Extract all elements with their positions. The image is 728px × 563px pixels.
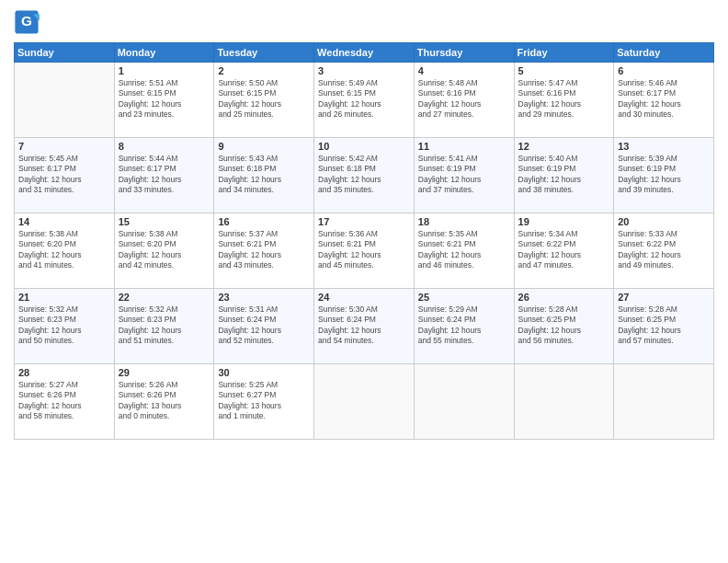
calendar-cell: 28Sunrise: 5:27 AM Sunset: 6:26 PM Dayli… bbox=[15, 364, 115, 440]
day-number: 28 bbox=[18, 367, 110, 378]
day-info: Sunrise: 5:49 AM Sunset: 6:15 PM Dayligh… bbox=[318, 78, 410, 121]
calendar-cell: 24Sunrise: 5:30 AM Sunset: 6:24 PM Dayli… bbox=[314, 289, 415, 364]
day-number: 23 bbox=[218, 292, 310, 303]
week-row-3: 21Sunrise: 5:32 AM Sunset: 6:23 PM Dayli… bbox=[15, 289, 714, 364]
day-number: 29 bbox=[119, 367, 210, 378]
day-info: Sunrise: 5:28 AM Sunset: 6:25 PM Dayligh… bbox=[518, 304, 610, 347]
day-number: 25 bbox=[418, 292, 510, 303]
svg-text:G: G bbox=[21, 13, 32, 29]
day-number: 13 bbox=[618, 141, 710, 152]
calendar-cell: 11Sunrise: 5:41 AM Sunset: 6:19 PM Dayli… bbox=[414, 138, 514, 213]
day-number: 3 bbox=[318, 65, 410, 76]
calendar-cell: 9Sunrise: 5:43 AM Sunset: 6:18 PM Daylig… bbox=[214, 138, 314, 213]
week-row-0: 1Sunrise: 5:51 AM Sunset: 6:15 PM Daylig… bbox=[15, 63, 714, 138]
calendar-cell: 6Sunrise: 5:46 AM Sunset: 6:17 PM Daylig… bbox=[614, 63, 714, 138]
calendar-cell: 20Sunrise: 5:33 AM Sunset: 6:22 PM Dayli… bbox=[614, 213, 714, 289]
day-number: 18 bbox=[418, 216, 510, 227]
day-number: 15 bbox=[119, 216, 210, 227]
day-info: Sunrise: 5:43 AM Sunset: 6:18 PM Dayligh… bbox=[218, 154, 310, 196]
day-info: Sunrise: 5:46 AM Sunset: 6:17 PM Dayligh… bbox=[618, 78, 710, 121]
day-number: 27 bbox=[618, 292, 710, 303]
day-number: 20 bbox=[618, 216, 710, 227]
header-day-thursday: Thursday bbox=[414, 43, 514, 63]
calendar-cell: 13Sunrise: 5:39 AM Sunset: 6:19 PM Dayli… bbox=[614, 138, 714, 213]
day-info: Sunrise: 5:41 AM Sunset: 6:19 PM Dayligh… bbox=[418, 154, 510, 196]
day-info: Sunrise: 5:34 AM Sunset: 6:22 PM Dayligh… bbox=[518, 229, 610, 271]
header-day-sunday: Sunday bbox=[15, 43, 115, 63]
calendar-cell: 5Sunrise: 5:47 AM Sunset: 6:16 PM Daylig… bbox=[514, 63, 614, 138]
day-number: 22 bbox=[119, 292, 210, 303]
logo: G bbox=[14, 9, 41, 35]
calendar-cell: 12Sunrise: 5:40 AM Sunset: 6:19 PM Dayli… bbox=[514, 138, 614, 213]
logo-icon: G bbox=[14, 9, 40, 35]
header-day-friday: Friday bbox=[514, 43, 614, 63]
calendar-cell: 7Sunrise: 5:45 AM Sunset: 6:17 PM Daylig… bbox=[15, 138, 115, 213]
calendar-cell bbox=[15, 63, 115, 138]
calendar-cell: 19Sunrise: 5:34 AM Sunset: 6:22 PM Dayli… bbox=[514, 213, 614, 289]
day-info: Sunrise: 5:38 AM Sunset: 6:20 PM Dayligh… bbox=[119, 229, 210, 271]
day-number: 7 bbox=[18, 141, 110, 152]
calendar-cell: 16Sunrise: 5:37 AM Sunset: 6:21 PM Dayli… bbox=[214, 213, 314, 289]
day-number: 11 bbox=[418, 141, 510, 152]
page: G SundayMondayTuesdayWednesdayThursdayFr… bbox=[0, 0, 728, 563]
day-number: 2 bbox=[218, 65, 310, 76]
day-info: Sunrise: 5:30 AM Sunset: 6:24 PM Dayligh… bbox=[318, 304, 410, 347]
calendar-cell bbox=[614, 364, 714, 440]
day-number: 5 bbox=[518, 65, 610, 76]
calendar-cell: 30Sunrise: 5:25 AM Sunset: 6:27 PM Dayli… bbox=[214, 364, 314, 440]
calendar-header-row: SundayMondayTuesdayWednesdayThursdayFrid… bbox=[15, 43, 714, 63]
calendar-cell: 22Sunrise: 5:32 AM Sunset: 6:23 PM Dayli… bbox=[114, 289, 214, 364]
calendar-cell: 25Sunrise: 5:29 AM Sunset: 6:24 PM Dayli… bbox=[414, 289, 514, 364]
day-number: 24 bbox=[318, 292, 410, 303]
day-info: Sunrise: 5:26 AM Sunset: 6:26 PM Dayligh… bbox=[119, 380, 210, 422]
calendar-cell: 18Sunrise: 5:35 AM Sunset: 6:21 PM Dayli… bbox=[414, 213, 514, 289]
header: G bbox=[14, 9, 714, 35]
day-info: Sunrise: 5:42 AM Sunset: 6:18 PM Dayligh… bbox=[318, 154, 410, 196]
day-number: 9 bbox=[218, 141, 310, 152]
calendar-cell: 3Sunrise: 5:49 AM Sunset: 6:15 PM Daylig… bbox=[314, 63, 415, 138]
day-number: 19 bbox=[518, 216, 610, 227]
calendar-cell: 21Sunrise: 5:32 AM Sunset: 6:23 PM Dayli… bbox=[15, 289, 115, 364]
day-number: 14 bbox=[18, 216, 110, 227]
calendar-cell bbox=[314, 364, 415, 440]
day-info: Sunrise: 5:37 AM Sunset: 6:21 PM Dayligh… bbox=[218, 229, 310, 271]
day-info: Sunrise: 5:33 AM Sunset: 6:22 PM Dayligh… bbox=[618, 229, 710, 271]
calendar-cell: 10Sunrise: 5:42 AM Sunset: 6:18 PM Dayli… bbox=[314, 138, 415, 213]
week-row-1: 7Sunrise: 5:45 AM Sunset: 6:17 PM Daylig… bbox=[15, 138, 714, 213]
day-info: Sunrise: 5:40 AM Sunset: 6:19 PM Dayligh… bbox=[518, 154, 610, 196]
calendar-cell bbox=[514, 364, 614, 440]
day-info: Sunrise: 5:36 AM Sunset: 6:21 PM Dayligh… bbox=[318, 229, 410, 271]
calendar-body: 1Sunrise: 5:51 AM Sunset: 6:15 PM Daylig… bbox=[15, 63, 714, 440]
calendar-cell: 4Sunrise: 5:48 AM Sunset: 6:16 PM Daylig… bbox=[414, 63, 514, 138]
day-info: Sunrise: 5:25 AM Sunset: 6:27 PM Dayligh… bbox=[218, 380, 310, 422]
calendar-cell: 14Sunrise: 5:38 AM Sunset: 6:20 PM Dayli… bbox=[15, 213, 115, 289]
week-row-4: 28Sunrise: 5:27 AM Sunset: 6:26 PM Dayli… bbox=[15, 364, 714, 440]
day-info: Sunrise: 5:31 AM Sunset: 6:24 PM Dayligh… bbox=[218, 304, 310, 347]
day-info: Sunrise: 5:32 AM Sunset: 6:23 PM Dayligh… bbox=[119, 304, 210, 347]
calendar-cell: 29Sunrise: 5:26 AM Sunset: 6:26 PM Dayli… bbox=[114, 364, 214, 440]
header-day-monday: Monday bbox=[114, 43, 214, 63]
calendar-cell: 15Sunrise: 5:38 AM Sunset: 6:20 PM Dayli… bbox=[114, 213, 214, 289]
day-number: 30 bbox=[218, 367, 310, 378]
day-number: 16 bbox=[218, 216, 310, 227]
calendar-cell bbox=[414, 364, 514, 440]
day-info: Sunrise: 5:27 AM Sunset: 6:26 PM Dayligh… bbox=[18, 380, 110, 422]
day-number: 1 bbox=[119, 65, 210, 76]
calendar-cell: 26Sunrise: 5:28 AM Sunset: 6:25 PM Dayli… bbox=[514, 289, 614, 364]
day-info: Sunrise: 5:38 AM Sunset: 6:20 PM Dayligh… bbox=[18, 229, 110, 271]
day-number: 17 bbox=[318, 216, 410, 227]
calendar-cell: 2Sunrise: 5:50 AM Sunset: 6:15 PM Daylig… bbox=[214, 63, 314, 138]
day-info: Sunrise: 5:35 AM Sunset: 6:21 PM Dayligh… bbox=[418, 229, 510, 271]
week-row-2: 14Sunrise: 5:38 AM Sunset: 6:20 PM Dayli… bbox=[15, 213, 714, 289]
day-info: Sunrise: 5:44 AM Sunset: 6:17 PM Dayligh… bbox=[119, 154, 210, 196]
day-info: Sunrise: 5:29 AM Sunset: 6:24 PM Dayligh… bbox=[418, 304, 510, 347]
day-info: Sunrise: 5:32 AM Sunset: 6:23 PM Dayligh… bbox=[18, 304, 110, 347]
day-info: Sunrise: 5:48 AM Sunset: 6:16 PM Dayligh… bbox=[418, 78, 510, 121]
day-info: Sunrise: 5:28 AM Sunset: 6:25 PM Dayligh… bbox=[618, 304, 710, 347]
calendar-cell: 27Sunrise: 5:28 AM Sunset: 6:25 PM Dayli… bbox=[614, 289, 714, 364]
day-info: Sunrise: 5:39 AM Sunset: 6:19 PM Dayligh… bbox=[618, 154, 710, 196]
calendar-cell: 1Sunrise: 5:51 AM Sunset: 6:15 PM Daylig… bbox=[114, 63, 214, 138]
header-day-wednesday: Wednesday bbox=[314, 43, 415, 63]
calendar-table: SundayMondayTuesdayWednesdayThursdayFrid… bbox=[14, 42, 714, 440]
calendar-cell: 23Sunrise: 5:31 AM Sunset: 6:24 PM Dayli… bbox=[214, 289, 314, 364]
